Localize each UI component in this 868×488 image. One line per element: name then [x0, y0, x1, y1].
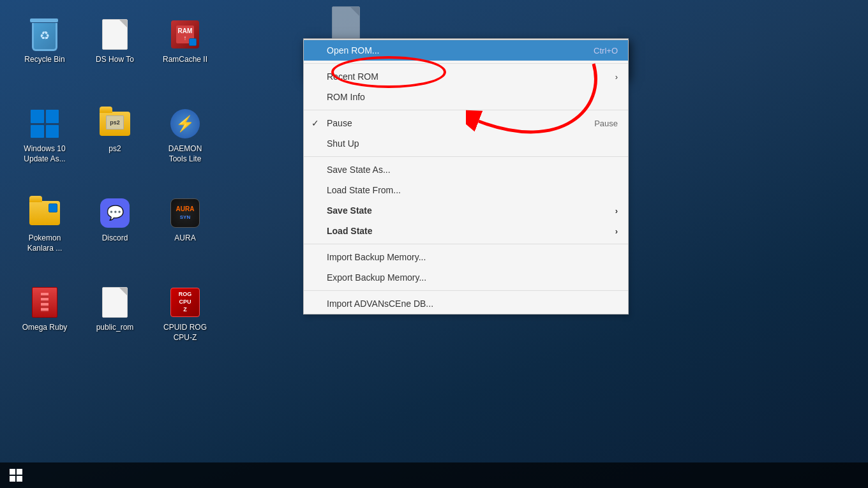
public-rom-label: public_rom	[96, 323, 134, 333]
menu-import-advan[interactable]: Import ADVANsCEne DB...	[304, 293, 628, 314]
daemon-icon: ⚡	[168, 107, 202, 140]
shut-up-label: Shut Up	[327, 138, 359, 149]
cpuid-icon: ROGCPUZ	[168, 286, 202, 319]
rom-info-label: ROM Info	[327, 92, 365, 102]
windows10-icon	[28, 107, 61, 140]
pause-check: ✓	[311, 118, 319, 128]
menu-load-state[interactable]: Load State ›	[304, 221, 628, 241]
taskbar	[0, 462, 868, 488]
desktop-icon-pokemon[interactable]: Pokemon Kanlara ...	[13, 191, 77, 274]
cpuid-label: CPUID ROG CPU-Z	[163, 323, 207, 343]
desktop-icon-omega-ruby[interactable]: Omega Ruby	[13, 281, 77, 364]
menu-recent-rom[interactable]: Recent ROM ›	[304, 66, 628, 87]
windows-logo	[10, 469, 22, 482]
load-state-label: Load State	[327, 226, 373, 236]
ps2-icon: ps2	[98, 107, 131, 140]
desktop-icon-ds-how-to[interactable]: DS How To	[83, 13, 147, 96]
menu-import-backup[interactable]: Import Backup Memory...	[304, 247, 628, 267]
import-advan-label: Import ADVANsCEne DB...	[327, 299, 433, 309]
menu-save-state-as[interactable]: Save State As...	[304, 159, 628, 180]
menu-shut-up[interactable]: Shut Up	[304, 133, 628, 154]
discord-label: Discord	[102, 233, 128, 244]
ramcache-icon: RAM↑	[168, 18, 202, 51]
desktop-icon-recycle-bin[interactable]: ♻ Recycle Bin	[13, 13, 77, 96]
separator-3	[304, 156, 628, 157]
windows10-label: Windows 10 Update As...	[24, 144, 65, 164]
desktop-icon-cpuid[interactable]: ROGCPUZ CPUID ROG CPU-Z	[153, 281, 217, 364]
ds-how-to-label: DS How To	[96, 55, 134, 65]
daemon-label: DAEMON Tools Lite	[168, 144, 202, 164]
open-rom-shortcut: Ctrl+O	[594, 46, 618, 55]
aura-label: AURA	[174, 233, 195, 244]
save-state-label: Save State	[327, 205, 372, 216]
separator-5	[304, 290, 628, 291]
load-state-arrow: ›	[615, 226, 618, 236]
ramcache-label: RamCache II	[163, 55, 207, 65]
save-state-as-label: Save State As...	[327, 165, 391, 175]
recent-rom-label: Recent ROM	[327, 71, 378, 82]
menu-load-state-from[interactable]: Load State From...	[304, 180, 628, 200]
desktop-icon-discord[interactable]: 💬 Discord	[83, 191, 147, 274]
menu-export-backup[interactable]: Export Backup Memory...	[304, 267, 628, 288]
public-rom-icon	[98, 286, 131, 319]
desktop-icon-daemon[interactable]: ⚡ DAEMON Tools Lite	[153, 102, 217, 185]
recycle-bin-icon: ♻	[28, 18, 61, 51]
open-rom-label: Open ROM...	[327, 45, 379, 55]
save-state-arrow: ›	[615, 206, 618, 216]
desktop-icon-ramcache[interactable]: RAM↑ RamCache II	[153, 13, 217, 96]
separator-4	[304, 244, 628, 244]
separator-1	[304, 63, 628, 64]
pause-label: Pause	[327, 118, 352, 128]
load-state-from-label: Load State From...	[327, 185, 401, 195]
menu-rom-info[interactable]: ROM Info	[304, 87, 628, 107]
ds-how-to-icon	[98, 18, 131, 51]
menu-pause[interactable]: ✓ Pause Pause	[304, 113, 628, 133]
desktop-icon-aura[interactable]: AURASYN AURA	[153, 191, 217, 274]
desktop: ♻ Recycle Bin DS How To RAM↑	[0, 0, 868, 488]
desktop-icon-windows10[interactable]: Windows 10 Update As...	[13, 102, 77, 185]
pokemon-label: Pokemon Kanlara ...	[27, 233, 63, 253]
recent-rom-arrow: ›	[615, 72, 618, 82]
import-backup-label: Import Backup Memory...	[327, 252, 426, 262]
discord-icon: 💬	[98, 196, 131, 230]
menu-save-state[interactable]: Save State ›	[304, 200, 628, 221]
pokemon-icon	[28, 196, 61, 230]
export-backup-label: Export Backup Memory...	[327, 272, 426, 283]
pause-shortcut: Pause	[594, 119, 618, 128]
desktop-icon-public-rom[interactable]: public_rom	[83, 281, 147, 364]
recycle-bin-label: Recycle Bin	[24, 55, 64, 65]
aura-icon: AURASYN	[168, 196, 202, 230]
bg-doc-icon	[332, 6, 360, 40]
desktop-icon-ps2[interactable]: ps2 ps2	[83, 102, 147, 185]
menu-open-rom[interactable]: Open ROM... Ctrl+O	[304, 40, 628, 61]
omega-ruby-label: Omega Ruby	[22, 323, 68, 333]
desktop-icons: ♻ Recycle Bin DS How To RAM↑	[13, 13, 217, 364]
omega-ruby-icon	[28, 286, 61, 319]
start-button[interactable]	[0, 462, 32, 488]
file-dropdown-menu: Open ROM... Ctrl+O Recent ROM › ROM Info…	[303, 40, 629, 314]
separator-2	[304, 110, 628, 110]
ps2-label: ps2	[108, 144, 121, 154]
